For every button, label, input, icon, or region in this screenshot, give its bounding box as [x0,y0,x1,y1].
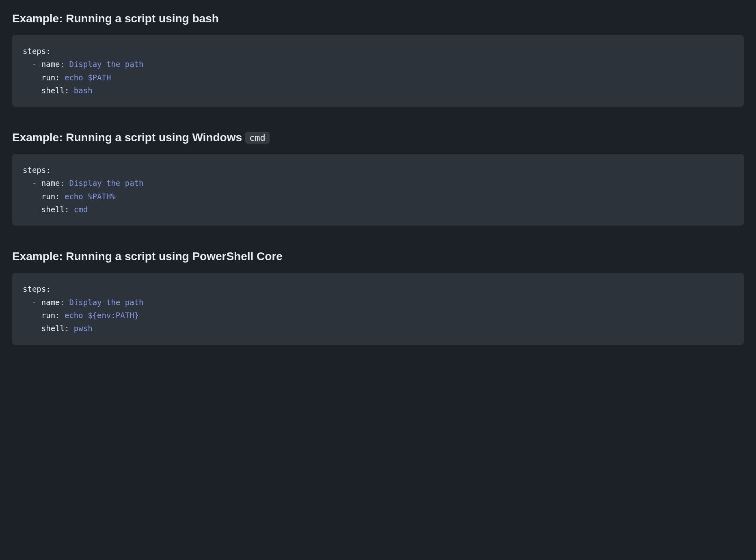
name-value: Display the path [69,179,143,187]
steps-key: steps: [23,47,51,56]
steps-key: steps: [23,284,51,293]
name-value: Display the path [69,298,143,307]
example-bash-section: Example: Running a script using bash ste… [12,12,744,107]
example-pwsh-section: Example: Running a script using PowerShe… [12,250,744,345]
example-bash-title: Example: Running a script using bash [12,12,744,25]
code-content: steps: - name: Display the path run: ech… [23,45,733,97]
shell-key: shell: [41,324,69,333]
name-key: name: [41,298,65,307]
run-key: run: [41,192,60,201]
code-content: steps: - name: Display the path run: ech… [23,282,733,335]
shell-value: bash [74,86,93,95]
yaml-dash: - [32,60,37,69]
example-cmd-section: Example: Running a script using Windows … [12,131,744,226]
run-value: echo %PATH% [65,192,116,201]
yaml-dash: - [32,298,37,307]
code-content: steps: - name: Display the path run: ech… [23,164,733,216]
shell-key: shell: [41,86,69,95]
steps-key: steps: [23,166,51,174]
heading-text: Example: Running a script using PowerShe… [12,250,283,263]
shell-value: cmd [74,205,88,214]
code-block-cmd: steps: - name: Display the path run: ech… [12,154,744,226]
code-block-pwsh: steps: - name: Display the path run: ech… [12,273,744,345]
run-key: run: [41,73,60,82]
shell-key: shell: [41,205,69,214]
code-block-bash: steps: - name: Display the path run: ech… [12,35,744,107]
example-cmd-title: Example: Running a script using Windows … [12,131,744,144]
shell-value: pwsh [74,324,93,333]
heading-inline-code: cmd [245,132,270,144]
yaml-dash: - [32,179,37,187]
run-value: echo $PATH [65,73,111,82]
heading-text: Example: Running a script using bash [12,12,219,25]
name-key: name: [41,60,65,69]
run-key: run: [41,311,60,320]
heading-text: Example: Running a script using Windows [12,131,242,144]
run-value: echo ${env:PATH} [65,311,139,320]
name-key: name: [41,179,65,187]
example-pwsh-title: Example: Running a script using PowerShe… [12,250,744,263]
name-value: Display the path [69,60,143,69]
